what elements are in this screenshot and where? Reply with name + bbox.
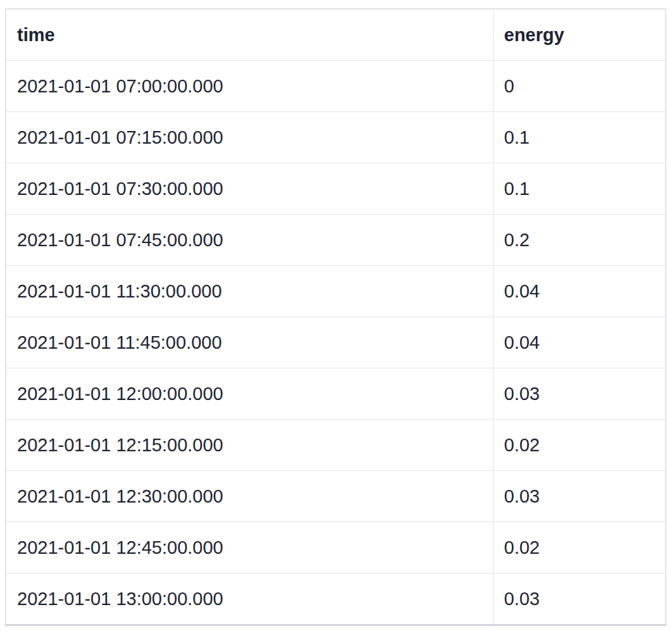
cell-energy: 0 <box>493 61 666 112</box>
table-row: 2021-01-01 12:45:00.0000.02 <box>6 522 666 573</box>
cell-energy: 0.03 <box>493 471 666 522</box>
cell-time: 2021-01-01 07:15:00.000 <box>6 112 493 163</box>
cell-time: 2021-01-01 12:45:00.000 <box>6 522 493 573</box>
query-result-table: time energy 2021-01-01 07:00:00.00002021… <box>5 8 666 626</box>
cell-energy: 0.02 <box>493 522 666 573</box>
cell-time: 2021-01-01 07:30:00.000 <box>6 163 493 215</box>
query-result-table-container: time energy 2021-01-01 07:00:00.00002021… <box>5 8 666 626</box>
cell-time: 2021-01-01 11:45:00.000 <box>6 317 493 368</box>
cell-energy: 0.03 <box>493 573 666 625</box>
table-row: 2021-01-01 12:30:00.0000.03 <box>6 471 666 522</box>
table-header: time energy <box>6 9 666 61</box>
table-row: 2021-01-01 11:30:00.0000.04 <box>6 266 666 317</box>
table-header-row: time energy <box>6 9 666 61</box>
column-header-time: time <box>6 9 493 61</box>
cell-energy: 0.04 <box>493 317 666 368</box>
table-row: 2021-01-01 07:30:00.0000.1 <box>6 163 666 215</box>
table-row: 2021-01-01 11:45:00.0000.04 <box>6 317 666 368</box>
table-row: 2021-01-01 07:00:00.0000 <box>6 61 666 112</box>
cell-energy: 0.04 <box>493 266 666 317</box>
table-row: 2021-01-01 12:15:00.0000.02 <box>6 420 666 471</box>
table-body: 2021-01-01 07:00:00.00002021-01-01 07:15… <box>6 61 666 625</box>
table-row: 2021-01-01 13:00:00.0000.03 <box>6 573 666 625</box>
cell-time: 2021-01-01 07:00:00.000 <box>6 61 493 112</box>
table-row: 2021-01-01 07:45:00.0000.2 <box>6 215 666 266</box>
cell-time: 2021-01-01 12:00:00.000 <box>6 368 493 420</box>
cell-time: 2021-01-01 12:30:00.000 <box>6 471 493 522</box>
column-header-energy: energy <box>493 9 666 61</box>
cell-time: 2021-01-01 11:30:00.000 <box>6 266 493 317</box>
cell-energy: 0.1 <box>493 163 666 215</box>
cell-time: 2021-01-01 12:15:00.000 <box>6 420 493 471</box>
cell-energy: 0.03 <box>493 368 666 420</box>
cell-energy: 0.02 <box>493 420 666 471</box>
cell-time: 2021-01-01 13:00:00.000 <box>6 573 493 625</box>
table-row: 2021-01-01 07:15:00.0000.1 <box>6 112 666 163</box>
cell-time: 2021-01-01 07:45:00.000 <box>6 215 493 266</box>
cell-energy: 0.1 <box>493 112 666 163</box>
cell-energy: 0.2 <box>493 215 666 266</box>
table-row: 2021-01-01 12:00:00.0000.03 <box>6 368 666 420</box>
